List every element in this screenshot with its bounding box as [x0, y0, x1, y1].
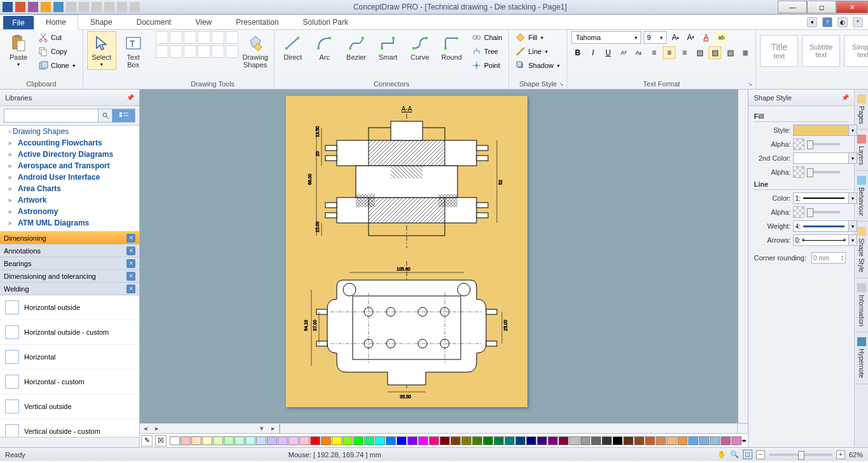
color-swatch[interactable]: [494, 436, 504, 445]
cut-button[interactable]: Cut: [36, 31, 79, 44]
color-swatch[interactable]: [353, 436, 363, 445]
color-swatch[interactable]: [342, 436, 353, 445]
tab-view[interactable]: View: [183, 15, 224, 29]
qa-icon[interactable]: [104, 2, 114, 12]
color-swatch[interactable]: [386, 436, 396, 445]
color-swatch[interactable]: [515, 436, 526, 445]
color-swatch[interactable]: [569, 436, 580, 445]
subscript-button[interactable]: A₂: [632, 46, 645, 59]
qa-icon[interactable]: [53, 2, 64, 12]
qa-icon[interactable]: [92, 2, 102, 12]
bullets-button[interactable]: ≣: [739, 46, 752, 59]
corner-rounding-input[interactable]: 0 mm▲▼: [811, 252, 846, 264]
fit-page-icon[interactable]: ⊡: [743, 450, 752, 459]
zoom-slider[interactable]: [769, 453, 832, 456]
close-icon[interactable]: ×: [126, 259, 135, 268]
chevron-down-icon[interactable]: ▼: [848, 124, 857, 136]
highlight-button[interactable]: ab: [715, 31, 728, 44]
tree-item[interactable]: Artwork: [0, 194, 139, 206]
color-swatch[interactable]: [278, 436, 288, 445]
collapse-ribbon-icon[interactable]: ^: [853, 17, 863, 27]
qa-icon[interactable]: [117, 2, 127, 12]
align-right-button[interactable]: ≡: [678, 46, 691, 59]
tree-item[interactable]: Astronomy: [0, 206, 139, 217]
color-swatch[interactable]: [234, 436, 245, 445]
pin-icon[interactable]: 📌: [841, 94, 849, 101]
color-swatch[interactable]: [375, 436, 385, 445]
color-swatch[interactable]: [429, 436, 439, 445]
tree-item[interactable]: Android User Interface: [0, 171, 139, 183]
close-icon[interactable]: ×: [126, 234, 135, 243]
color-swatch[interactable]: [224, 436, 234, 445]
color-swatch[interactable]: [180, 436, 191, 445]
eyedropper-button[interactable]: ✎: [141, 435, 153, 446]
color-swatch[interactable]: [191, 436, 201, 445]
color-swatch[interactable]: [602, 436, 612, 445]
select-button[interactable]: Select ▼: [87, 31, 116, 70]
valign-top-button[interactable]: ▤: [693, 46, 706, 59]
italic-button[interactable]: I: [587, 46, 599, 59]
fill-alpha-slider[interactable]: [807, 143, 840, 145]
arrows-combo[interactable]: 0:▼: [793, 234, 849, 246]
pin-icon[interactable]: 📌: [126, 94, 134, 101]
color-swatch[interactable]: [537, 436, 547, 445]
tool-btn[interactable]: [226, 45, 238, 58]
connector-bezier[interactable]: Bezier: [342, 31, 371, 64]
vertical-scrollbar[interactable]: [738, 90, 748, 423]
connector-round[interactable]: Round: [437, 31, 466, 64]
color-swatch[interactable]: [288, 436, 299, 445]
qa-icon[interactable]: [15, 2, 25, 12]
style-simple[interactable]: Simpletext: [844, 35, 868, 67]
color-swatch[interactable]: [721, 436, 731, 445]
category-annotations[interactable]: Annotations×: [0, 245, 139, 257]
zoom-out-button[interactable]: −: [756, 450, 765, 459]
color-swatch[interactable]: [440, 436, 450, 445]
canvas-viewport[interactable]: A-A: [140, 90, 748, 433]
minimize-button[interactable]: —: [778, 1, 807, 13]
connector-arc[interactable]: Arc: [310, 31, 339, 64]
color-swatch[interactable]: [310, 436, 320, 445]
color-swatch[interactable]: [418, 436, 428, 445]
tool-btn[interactable]: [156, 31, 168, 44]
second-color-combo[interactable]: ▼: [793, 152, 849, 164]
shadow-button[interactable]: Shadow ▼: [513, 59, 563, 72]
zoom-in-button[interactable]: +: [836, 450, 845, 459]
color-swatch[interactable]: [559, 436, 569, 445]
close-icon[interactable]: ×: [126, 272, 135, 281]
file-menu[interactable]: File: [3, 16, 34, 29]
valign-bottom-button[interactable]: ▤: [724, 46, 736, 59]
tree-button[interactable]: Tree: [469, 45, 505, 58]
font-color-button[interactable]: A: [700, 31, 712, 44]
shape-item[interactable]: Horizontal: [0, 345, 139, 370]
tree-item[interactable]: Aerospace and Transport: [0, 160, 139, 171]
horizontal-scrollbar[interactable]: [280, 424, 738, 433]
view-mode-button[interactable]: [112, 109, 135, 123]
nofill-button[interactable]: ☒: [155, 435, 166, 446]
alpha-swatch[interactable]: [793, 138, 804, 150]
side-tab-information[interactable]: Information: [855, 278, 868, 332]
qa-icon[interactable]: [66, 2, 76, 12]
tool-btn[interactable]: [212, 31, 224, 44]
color-swatch[interactable]: [256, 436, 266, 445]
tree-item[interactable]: ATM UML Diagrams: [0, 217, 139, 229]
chevron-down-icon[interactable]: ▼: [848, 220, 857, 232]
point-button[interactable]: Point: [469, 59, 505, 72]
bold-button[interactable]: B: [571, 46, 584, 59]
category-welding[interactable]: Welding×: [0, 283, 139, 295]
shrink-font-button[interactable]: A▾: [684, 31, 697, 44]
chevron-down-icon[interactable]: ▼: [848, 192, 857, 204]
pan-tool-icon[interactable]: ✋: [717, 450, 726, 459]
qa-icon[interactable]: [79, 2, 89, 12]
connector-curve[interactable]: Curve: [405, 31, 435, 64]
side-tab-pages[interactable]: Pages: [855, 90, 868, 130]
color-swatch[interactable]: [267, 436, 277, 445]
color-swatch[interactable]: [299, 436, 309, 445]
dialog-launcher-icon[interactable]: ↘: [558, 81, 564, 88]
underline-button[interactable]: U: [602, 46, 614, 59]
shape-item[interactable]: Vertical outside - custom: [0, 419, 139, 437]
align-center-button[interactable]: ≡: [663, 46, 675, 59]
search-button[interactable]: [98, 109, 112, 123]
tree-item[interactable]: Area Charts: [0, 183, 139, 194]
color-swatch[interactable]: [461, 436, 471, 445]
chevron-down-icon[interactable]: ▼: [848, 234, 857, 246]
